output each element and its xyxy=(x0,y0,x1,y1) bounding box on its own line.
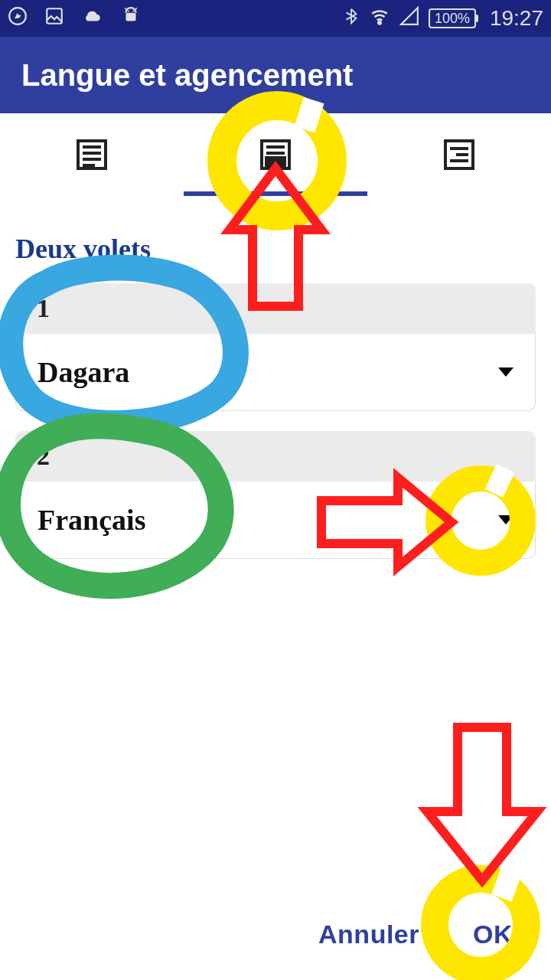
svg-line-6 xyxy=(135,8,136,10)
tab-single-pane[interactable] xyxy=(0,113,184,196)
pane-group-1: 1 Dagara xyxy=(15,283,536,411)
svg-rect-1 xyxy=(47,8,62,24)
cloud-icon xyxy=(81,6,104,31)
wifi-icon xyxy=(369,6,390,31)
clock-text: 19:27 xyxy=(490,6,543,31)
image-icon xyxy=(44,6,64,31)
pane-number-2: 2 xyxy=(15,431,536,482)
app-bar: Langue et agencement xyxy=(0,37,551,113)
pane-number-1: 1 xyxy=(15,283,536,334)
svg-rect-16 xyxy=(266,158,285,167)
svg-line-5 xyxy=(125,8,126,10)
svg-marker-26 xyxy=(427,727,537,880)
svg-point-7 xyxy=(378,21,380,24)
svg-rect-2 xyxy=(126,13,136,21)
status-right-icons: 100% 19:27 xyxy=(343,6,543,31)
pane-language-text-1: Dagara xyxy=(37,355,129,389)
tab-two-panes[interactable] xyxy=(184,113,367,196)
pane-language-text-2: Français xyxy=(37,503,145,537)
battery-indicator: 100% xyxy=(429,8,476,28)
page-title: Langue et agencement xyxy=(21,58,353,93)
layout-tabs xyxy=(0,113,551,196)
signal-icon xyxy=(399,6,419,31)
section-title: Deux volets xyxy=(15,233,536,265)
dropdown-caret-icon xyxy=(498,368,514,377)
content-area: Deux volets 1 Dagara 2 Français xyxy=(0,196,551,596)
tab-verse-by-verse[interactable] xyxy=(367,113,551,196)
status-bar: 100% 19:27 xyxy=(0,0,551,37)
dialog-footer: Annuler OK xyxy=(0,888,551,980)
status-left-icons xyxy=(8,6,141,31)
svg-point-4 xyxy=(132,10,134,11)
phoenix-icon xyxy=(8,6,28,31)
dropdown-caret-icon xyxy=(498,515,514,524)
android-icon xyxy=(121,6,141,31)
pane-group-2: 2 Français xyxy=(15,431,536,559)
bluetooth-icon xyxy=(343,6,360,31)
pane-language-select-1[interactable]: Dagara xyxy=(15,334,536,411)
pane-language-select-2[interactable]: Français xyxy=(15,482,536,559)
svg-point-3 xyxy=(128,10,129,11)
cancel-button[interactable]: Annuler xyxy=(318,920,419,949)
arrow-down-ok xyxy=(427,727,537,880)
ok-button[interactable]: OK xyxy=(473,920,513,949)
